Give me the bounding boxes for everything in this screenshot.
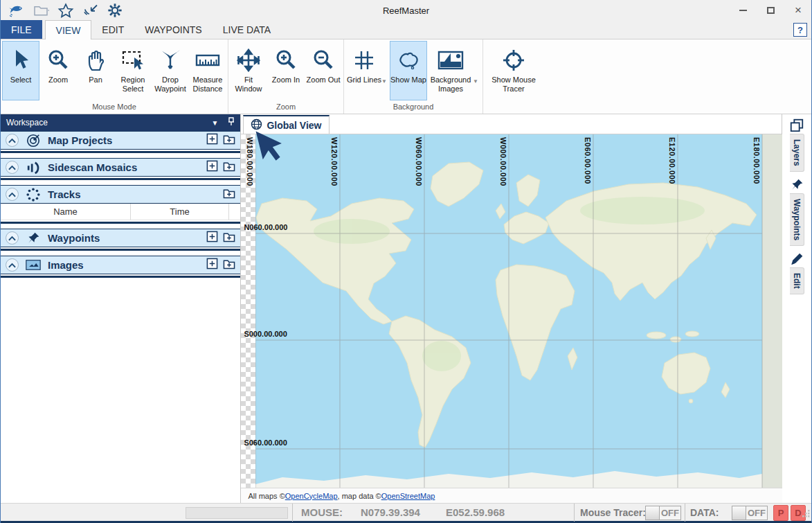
grid-lines-button[interactable]: Grid Lines ▼: [345, 41, 383, 100]
map-view: Global View: [241, 114, 782, 503]
pan-button[interactable]: Pan: [77, 41, 114, 100]
collapse-chevron-icon[interactable]: [6, 258, 19, 272]
tab-waypoints[interactable]: WAYPOINTS: [134, 20, 212, 39]
workspace-panel: Workspace ▼ Map Projects: [1, 114, 241, 503]
section-map-projects[interactable]: Map Projects: [1, 131, 240, 150]
show-map-button[interactable]: Show Map: [390, 41, 427, 100]
progress-indicator: [186, 507, 288, 519]
mouse-longitude: E052.59.968: [446, 506, 505, 518]
open-folder-icon[interactable]: [33, 3, 49, 17]
select-button[interactable]: Select: [2, 41, 39, 100]
grid-label-lon: W060.00.000: [415, 137, 423, 186]
toggle-knob: [732, 506, 746, 520]
grid-lines-dropdown-icon[interactable]: ▼: [381, 78, 387, 85]
pushpin-icon: [790, 177, 804, 193]
tab-view[interactable]: VIEW: [45, 20, 92, 39]
workspace-header[interactable]: Workspace ▼: [1, 114, 240, 131]
p-status-button[interactable]: P: [773, 505, 788, 521]
add-folder-icon[interactable]: [223, 187, 235, 202]
add-folder-icon[interactable]: [223, 160, 235, 175]
magnifier-plus-icon: [274, 45, 298, 76]
background-images-dropdown-icon[interactable]: ▼: [473, 78, 478, 85]
picture-icon: [26, 259, 41, 271]
openstreetmap-link[interactable]: OpenStreetMap: [381, 492, 435, 500]
close-button[interactable]: ×: [793, 6, 803, 15]
map-canvas[interactable]: W180.00.000 W120.00.000 W060.00.000 W000…: [241, 134, 782, 488]
tab-edit-side[interactable]: Edit: [790, 251, 804, 294]
fit-window-button[interactable]: Fit Window: [230, 41, 267, 100]
grid-label-lon: E180.00.000: [752, 137, 761, 184]
quick-access-toolbar: [1, 3, 123, 18]
add-folder-icon[interactable]: [223, 231, 235, 245]
data-value: OFF: [746, 506, 767, 520]
collapse-chevron-icon[interactable]: [6, 188, 19, 201]
section-label: Waypoints: [48, 232, 206, 244]
status-bar: MOUSE: N079.39.394 E052.59.968 Mouse Tra…: [1, 503, 811, 523]
grid-label-lon: W120.00.000: [330, 137, 339, 186]
column-header-time[interactable]: Time: [131, 204, 229, 220]
grid-label-lon: E120.00.000: [668, 137, 676, 184]
ribbon-group-mouse-mode: Select Zoom Pan: [1, 39, 228, 114]
section-divider: [1, 151, 240, 153]
app-logo-fish-icon: [8, 3, 24, 17]
maximize-button[interactable]: [766, 6, 775, 15]
show-mouse-tracer-button[interactable]: Show Mouse Tracer: [485, 41, 543, 100]
add-item-icon[interactable]: [206, 231, 218, 245]
mouse-tracer-toggle[interactable]: OFF: [645, 506, 681, 520]
attribution-text: All maps ©: [248, 492, 285, 500]
app-window: ReefMaster × FILE VIEW EDIT WAYPOINTS LI…: [0, 0, 812, 523]
section-sidescan-mosaics[interactable]: Sidescan Mosaics: [1, 158, 240, 177]
section-label: Images: [48, 259, 206, 271]
collapse-chevron-icon[interactable]: [6, 161, 19, 174]
workspace-dropdown-icon[interactable]: ▼: [212, 119, 219, 127]
measure-distance-button[interactable]: Measure Distance: [189, 41, 226, 100]
drop-waypoint-button[interactable]: Drop Waypoint: [152, 41, 189, 100]
workspace-title: Workspace: [6, 118, 48, 127]
zoom-in-button[interactable]: Zoom In: [267, 41, 305, 100]
section-divider: [1, 222, 240, 224]
settings-gear-icon[interactable]: [107, 3, 123, 18]
add-item-icon[interactable]: [206, 160, 218, 175]
tab-layers[interactable]: Layers: [789, 117, 804, 172]
column-header-name[interactable]: Name: [1, 204, 131, 220]
region-select-button[interactable]: Region Select: [114, 41, 152, 100]
zoom-button[interactable]: Zoom: [39, 41, 77, 100]
opencyclemap-link[interactable]: OpenCycleMap: [285, 492, 338, 500]
tab-waypoints-side[interactable]: Waypoints: [790, 177, 804, 246]
data-toggle[interactable]: OFF: [732, 506, 768, 520]
section-label: Tracks: [48, 188, 223, 200]
crosshair-icon: [501, 45, 526, 76]
collapse-chevron-icon[interactable]: [6, 231, 19, 245]
ribbon: Select Zoom Pan: [1, 39, 811, 114]
tab-livedata[interactable]: LIVE DATA: [213, 20, 282, 39]
add-folder-icon[interactable]: [223, 258, 235, 272]
section-tracks[interactable]: Tracks: [1, 185, 240, 204]
pencil-icon: [790, 251, 804, 267]
section-images[interactable]: Images: [1, 256, 240, 274]
layers-icon: [789, 117, 804, 134]
image-sailboat-icon: [437, 45, 464, 76]
minimize-button[interactable]: [738, 6, 748, 15]
tab-edit[interactable]: EDIT: [91, 20, 134, 39]
workspace-pin-icon[interactable]: [228, 117, 235, 128]
grid-label-lat: S000.00.000: [244, 330, 287, 338]
favorites-star-icon[interactable]: [57, 3, 74, 18]
toggle-knob: [646, 506, 660, 520]
resize-grip[interactable]: [802, 508, 811, 521]
drop-waypoint-icon: [159, 45, 182, 76]
receive-data-icon[interactable]: [82, 3, 99, 17]
tracks-table-header: Name Time: [1, 204, 240, 220]
zoom-out-button[interactable]: Zoom Out: [305, 41, 342, 100]
title-bar: ReefMaster ×: [1, 0, 811, 21]
help-button[interactable]: ?: [793, 23, 807, 37]
group-label-mouse-mode: Mouse Mode: [2, 102, 226, 114]
tab-file[interactable]: FILE: [1, 20, 42, 39]
add-item-icon[interactable]: [206, 258, 218, 272]
section-waypoints[interactable]: Waypoints: [1, 229, 240, 247]
collapse-chevron-icon[interactable]: [6, 134, 19, 147]
add-folder-icon[interactable]: [223, 133, 235, 148]
mouse-cursor-icon: [251, 128, 282, 174]
add-item-icon[interactable]: [206, 133, 218, 148]
background-images-button[interactable]: Background Images ▼: [427, 41, 474, 100]
section-divider: [1, 276, 240, 278]
